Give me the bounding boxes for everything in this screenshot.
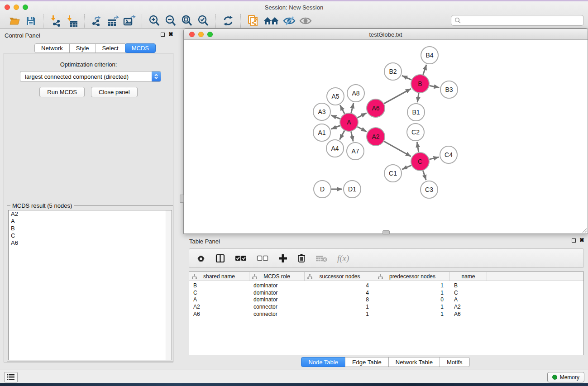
table-cell[interactable]: A6 <box>450 311 487 317</box>
float-table-panel-icon[interactable] <box>572 238 576 243</box>
graph-node-D[interactable]: D <box>314 181 331 198</box>
graph-edge-A6-B[interactable] <box>384 89 411 104</box>
table-cell[interactable]: 8 <box>305 296 375 303</box>
tab-select[interactable]: Select <box>96 43 125 53</box>
table-cell[interactable]: B <box>450 282 487 289</box>
graph-node-C[interactable]: C <box>411 152 429 171</box>
result-list-item[interactable]: C <box>9 232 172 239</box>
resize-grip-icon[interactable] <box>581 227 587 233</box>
add-column-icon[interactable] <box>278 254 287 263</box>
result-list-scrollbar[interactable] <box>166 210 172 360</box>
column-header-name[interactable]: name <box>450 272 487 281</box>
graph-edge-C-C1[interactable] <box>402 165 411 169</box>
graph-edge-B-B4[interactable] <box>423 65 426 75</box>
graph-node-D1[interactable]: D1 <box>344 181 361 198</box>
table-tab-network-table[interactable]: Network Table <box>388 357 440 367</box>
result-list-item[interactable]: A2 <box>9 210 172 218</box>
graph-node-B[interactable]: B <box>411 75 429 93</box>
graph-node-A6[interactable]: A6 <box>367 99 385 117</box>
close-table-panel-icon[interactable]: ✖ <box>579 238 584 243</box>
graph-node-A5[interactable]: A5 <box>327 88 344 105</box>
graph-node-B4[interactable]: B4 <box>421 47 438 64</box>
deselect-all-icon[interactable] <box>257 255 268 262</box>
export-image-icon[interactable] <box>123 14 136 28</box>
graph-edge-A-A5[interactable] <box>340 105 344 114</box>
column-visibility-icon[interactable] <box>215 254 225 263</box>
mcds-result-list[interactable]: A2ABCA6 <box>8 210 172 360</box>
close-panel-button[interactable]: Close panel <box>91 87 138 97</box>
optimization-select[interactable]: largest connected component (directed) <box>20 71 161 82</box>
table-cell[interactable]: A <box>450 296 487 303</box>
result-list-item[interactable]: A6 <box>9 239 172 247</box>
import-ndex-icon[interactable] <box>247 14 259 28</box>
table-row[interactable]: Adominator80A <box>189 296 583 304</box>
column-header-successor-nodes[interactable]: successor nodes <box>305 272 375 281</box>
table-cell[interactable]: connector <box>249 304 305 310</box>
graph-edge-A-A6[interactable] <box>358 113 367 118</box>
graph-node-C1[interactable]: C1 <box>384 165 402 182</box>
tab-mcds[interactable]: MCDS <box>125 43 156 53</box>
graph-node-A8[interactable]: A8 <box>347 85 364 102</box>
select-all-icon[interactable] <box>235 255 247 262</box>
graph-node-B1[interactable]: B1 <box>407 104 425 121</box>
table-cell[interactable]: 4 <box>305 290 375 296</box>
vertical-splitter-handle[interactable] <box>180 195 184 203</box>
graph-edge-A-A8[interactable] <box>351 103 354 113</box>
tab-network[interactable]: Network <box>34 43 70 53</box>
graph-edge-A-A2[interactable] <box>357 127 366 132</box>
column-header-shared-name[interactable]: shared name <box>189 272 249 281</box>
memory-button[interactable]: Memory <box>547 372 584 382</box>
graph-node-A1[interactable]: A1 <box>313 124 330 141</box>
graph-node-C4[interactable]: C4 <box>440 146 457 163</box>
table-cell[interactable]: A <box>189 296 249 303</box>
table-cell[interactable]: C <box>189 290 249 296</box>
table-cell[interactable]: C <box>450 290 487 296</box>
import-table-icon[interactable] <box>66 14 78 28</box>
graph-edge-A-A4[interactable] <box>339 131 344 140</box>
graph-edge-A-A1[interactable] <box>331 126 340 129</box>
graph-node-A4[interactable]: A4 <box>326 140 344 157</box>
network-canvas[interactable]: B4B2BB3A8A5A6A3B1AC2A1A2A4A7C4CC1C3DD1 <box>184 40 588 234</box>
table-cell[interactable]: 1 <box>375 311 450 317</box>
delete-column-icon[interactable] <box>297 253 306 263</box>
graph-edge-C-C2[interactable] <box>417 142 418 152</box>
home-icon[interactable] <box>263 14 279 28</box>
search-input[interactable] <box>461 17 583 24</box>
table-cell[interactable]: 1 <box>375 290 450 296</box>
graph-node-B3[interactable]: B3 <box>440 81 458 98</box>
task-history-button[interactable] <box>4 372 18 382</box>
export-table-icon[interactable] <box>107 14 120 28</box>
table-cell[interactable]: dominator <box>249 296 305 303</box>
zoom-selected-icon[interactable] <box>197 14 210 28</box>
table-cell[interactable]: 1 <box>305 304 375 310</box>
table-cell[interactable]: 0 <box>375 296 450 303</box>
table-tab-edge-table[interactable]: Edge Table <box>345 357 389 367</box>
table-cell[interactable]: dominator <box>249 282 305 289</box>
graph-edge-C-C3[interactable] <box>423 171 426 180</box>
graph-node-B2[interactable]: B2 <box>384 63 402 80</box>
search-field[interactable] <box>451 15 584 26</box>
graph-edge-A-A7[interactable] <box>351 132 353 142</box>
table-tab-node-table[interactable]: Node Table <box>301 357 345 367</box>
refresh-layout-icon[interactable] <box>222 14 234 28</box>
table-cell[interactable]: B <box>189 282 249 289</box>
table-row[interactable]: Bdominator41B <box>189 282 583 289</box>
open-session-icon[interactable] <box>8 14 21 28</box>
table-row[interactable]: A2connector11A2 <box>189 303 583 310</box>
hide-details-icon[interactable] <box>283 14 296 28</box>
network-window-titlebar[interactable]: testGlobe.txt <box>184 29 588 40</box>
table-row[interactable]: A6connector11A6 <box>189 310 583 318</box>
tab-style[interactable]: Style <box>69 43 96 53</box>
column-header-mcds-role[interactable]: MCDS role <box>249 272 305 281</box>
graph-edge-C-C4[interactable] <box>429 157 439 159</box>
column-header-predecessor-nodes[interactable]: predecessor nodes <box>375 272 450 281</box>
result-list-item[interactable]: B <box>9 225 172 232</box>
table-cell[interactable]: dominator <box>249 290 305 296</box>
graph-node-C3[interactable]: C3 <box>421 181 438 198</box>
run-mcds-button[interactable]: Run MCDS <box>39 87 85 97</box>
table-cell[interactable]: 1 <box>375 304 450 310</box>
graph-edge-B-B1[interactable] <box>417 93 419 102</box>
table-cell[interactable]: A6 <box>189 311 249 317</box>
graph-node-A7[interactable]: A7 <box>347 143 364 160</box>
zoom-out-icon[interactable] <box>164 14 177 28</box>
